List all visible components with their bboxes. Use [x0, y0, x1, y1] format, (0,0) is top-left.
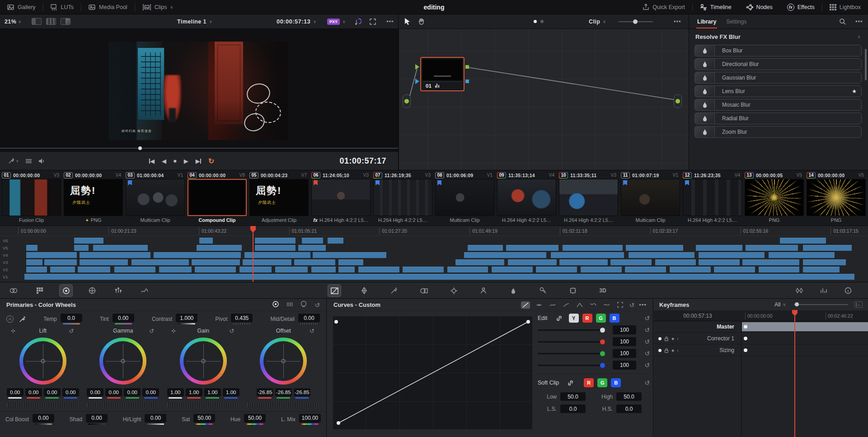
keyframes-zoom-knob[interactable]: [795, 302, 799, 306]
motion-effects-icon[interactable]: [138, 285, 151, 296]
prev-frame-button[interactable]: ◀: [162, 158, 166, 164]
tab-library[interactable]: Library: [695, 14, 718, 28]
master-wheel[interactable]: [7, 402, 79, 408]
clip-card[interactable]: 09 11:35:13;14 V4 ✦ fx H.264 High 4:2:2 …: [497, 171, 556, 226]
expand-chevron-icon[interactable]: ›: [677, 348, 678, 353]
primaries-bars-mode-icon[interactable]: [286, 301, 293, 309]
soft-clip-field-value[interactable]: 50.0: [560, 392, 586, 401]
clip-card[interactable]: 12 11:26:23;35 V4 ✦ fx H.264 High 4:2:2 …: [683, 171, 742, 226]
clip-thumbnail[interactable]: [126, 179, 185, 216]
keyframe-track[interactable]: [742, 334, 868, 343]
adjust-value[interactable]: 0.00: [33, 414, 54, 423]
white-balance-picker-icon[interactable]: [19, 316, 26, 323]
luts-button[interactable]: LUTs: [43, 0, 81, 14]
timeline-clip-segment[interactable]: [302, 238, 323, 244]
timeline-clip-segment[interactable]: [780, 238, 826, 244]
timeline-clip-segment[interactable]: [670, 267, 711, 273]
channel-button[interactable]: R: [582, 314, 592, 323]
tracker-icon[interactable]: [447, 285, 460, 296]
timeline-clip-segment[interactable]: [199, 238, 213, 244]
timeline-clip-segment[interactable]: [699, 252, 765, 258]
color-wheel[interactable]: [260, 338, 307, 385]
timeline-clip-segment[interactable]: [803, 245, 852, 251]
hue-vs-lum-icon[interactable]: [562, 301, 571, 309]
timeline-clip-segment[interactable]: [239, 267, 272, 273]
timeline-clip-segment[interactable]: [44, 259, 77, 265]
wheel-value[interactable]: -26.85: [294, 388, 310, 399]
lum-vs-sat-icon[interactable]: [575, 301, 584, 309]
viewer-image[interactable]: 細司幻敘 傢舊漫遊: [109, 42, 288, 140]
primaries-reset-icon[interactable]: ↺: [314, 301, 320, 309]
timeline-clip-segment[interactable]: [311, 267, 336, 273]
curves-reset-icon[interactable]: ↺: [629, 301, 635, 309]
timeline-clip-segment[interactable]: [26, 267, 47, 273]
fx-scrollbar[interactable]: [865, 49, 867, 80]
timeline-select[interactable]: Timeline 1 ∨: [177, 14, 212, 28]
clip-card[interactable]: 14 00:00:00:00 V5 ✦ fx PNG: [807, 171, 866, 226]
curve-editor[interactable]: [333, 316, 533, 430]
timeline-clip-segment[interactable]: [26, 252, 77, 258]
expand-chevron-icon[interactable]: ›: [677, 336, 678, 341]
expand-viewer-icon[interactable]: [370, 19, 376, 25]
color-wheels-icon[interactable]: [60, 285, 72, 296]
timeline-button[interactable]: Timeline: [693, 0, 739, 14]
wheel-reset-icon[interactable]: ↺: [230, 328, 235, 334]
fx-list-item[interactable]: Gaussian Blur ★: [694, 72, 862, 84]
clip-card[interactable]: 07 11:26:19;35 V3 ✦ fx H.264 High 4:2:2 …: [373, 171, 432, 226]
wheel-reset-icon[interactable]: ↺: [149, 328, 154, 334]
slider-knob[interactable]: [600, 363, 605, 368]
magic-mask-icon[interactable]: [477, 285, 490, 296]
timeline-clip-segment[interactable]: [769, 252, 835, 258]
timeline-clip-segment[interactable]: [298, 245, 326, 251]
clip-card[interactable]: 11 01:00:07:19 V1 ✦ fx Multicam Clip: [621, 171, 680, 226]
slider-value[interactable]: 100: [613, 361, 636, 370]
timeline-clip-segment[interactable]: [746, 245, 798, 251]
clips-button[interactable]: Clips ∨: [135, 0, 180, 14]
hue-vs-sat-icon[interactable]: [548, 301, 557, 309]
curves-palette-icon[interactable]: [328, 285, 341, 296]
blur-palette-icon[interactable]: [507, 285, 520, 296]
clip-card[interactable]: 01 00:00:00:00 V3 ✦ fx Fusion Clip: [2, 171, 61, 226]
camera-raw-icon[interactable]: [7, 285, 20, 296]
audio-mute-icon[interactable]: [38, 158, 45, 164]
hdr-grade-icon[interactable]: [86, 285, 99, 296]
timeline-clip-segment[interactable]: [655, 259, 696, 265]
slider-reset-icon[interactable]: ↺: [644, 362, 650, 369]
qualifier-icon[interactable]: [388, 285, 400, 296]
node-key-input-port[interactable]: [415, 79, 419, 84]
soft-clip-reset-icon[interactable]: ↺: [644, 379, 650, 386]
gallery-button[interactable]: Gallery: [0, 0, 43, 14]
search-icon[interactable]: [839, 18, 846, 25]
slider-value[interactable]: 100: [613, 325, 636, 334]
adjust-value[interactable]: 0.00: [145, 414, 166, 423]
source-node-port[interactable]: [403, 94, 411, 108]
timeline-clip-segment[interactable]: [78, 267, 110, 273]
keyframe-track[interactable]: [742, 322, 868, 331]
timeline-clip-segment[interactable]: [255, 245, 296, 251]
timeline-clip-segment[interactable]: [338, 259, 363, 265]
node-zoom-slider[interactable]: [619, 21, 653, 22]
adjust-value[interactable]: 50.00: [193, 414, 215, 423]
viewer-zoom-select[interactable]: 21% ∨: [5, 14, 21, 28]
channel-slider[interactable]: [538, 329, 605, 331]
soft-clip-channel-button[interactable]: G: [597, 378, 607, 387]
timeline-clip-segment[interactable]: [506, 245, 558, 251]
effects-button[interactable]: fx Effects: [780, 0, 822, 14]
timeline-ruler[interactable]: 01:00:00:00 01:00:21:23 01:00:43:22 01:0…: [0, 226, 868, 236]
keyframes-zoom-slider[interactable]: [794, 304, 848, 305]
timeline-clip-segment[interactable]: [275, 267, 308, 273]
wheel-value[interactable]: 0.00: [25, 388, 42, 399]
lock-icon[interactable]: [664, 336, 669, 341]
fx-list-item[interactable]: Zoom Blur ★: [694, 126, 862, 138]
timeline-clip-segment[interactable]: [74, 238, 103, 244]
clip-thumbnail[interactable]: [497, 179, 556, 216]
timeline-clip-segment[interactable]: [696, 245, 742, 251]
timeline-clip-segment[interactable]: [74, 245, 89, 251]
media-pool-button[interactable]: Media Pool: [81, 0, 135, 14]
auto-balance-icon[interactable]: A: [6, 315, 14, 323]
channel-slider[interactable]: [538, 353, 605, 354]
timeline-clip-segment[interactable]: [625, 267, 666, 273]
keyframe-diamond-icon[interactable]: ◆: [671, 348, 674, 352]
control-value[interactable]: 0.00: [298, 314, 320, 322]
fx-list-item[interactable]: Radial Blur ★: [694, 113, 862, 124]
